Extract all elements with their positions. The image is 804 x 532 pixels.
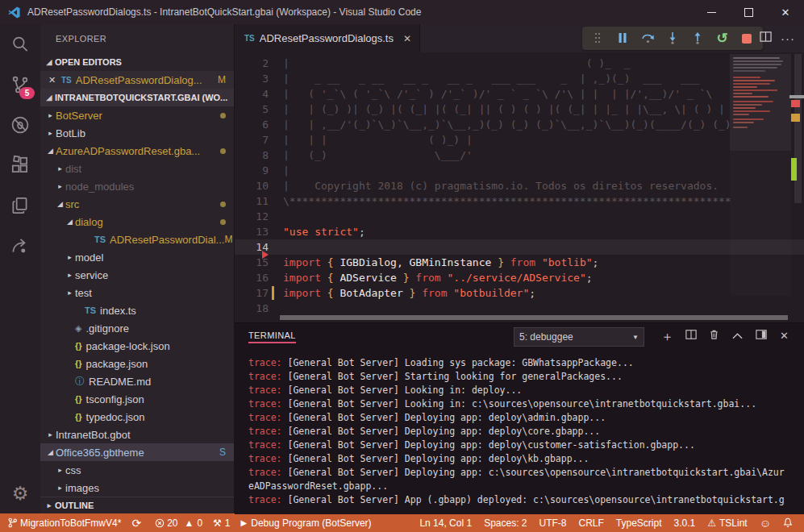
tree-item-package-json[interactable]: {}package.json — [40, 355, 234, 372]
tree-item-css[interactable]: ▸css — [40, 461, 234, 479]
git-branch-indicator[interactable]: MigrationToBotFmwV4* — [8, 517, 121, 529]
encoding-indicator[interactable]: UTF-8 — [539, 517, 567, 529]
drag-grip-handle[interactable] — [589, 31, 606, 46]
code-line-18[interactable]: 18 — [235, 301, 804, 316]
more-actions-button[interactable]: ··· — [777, 31, 799, 45]
terminal-output[interactable]: trace: [General Bot Server] Loading sys … — [235, 351, 804, 514]
tree-item-dialog[interactable]: ◢dialog — [40, 213, 234, 231]
tree-item-readme-md[interactable]: ⓘREADME.md — [40, 372, 234, 390]
gutter[interactable] — [269, 224, 277, 239]
minimap[interactable] — [730, 54, 791, 296]
gutter[interactable] — [269, 239, 277, 255]
close-button[interactable]: ✕ — [767, 0, 804, 24]
tree-item-typedoc-json[interactable]: {}typedoc.json — [40, 408, 234, 426]
gutter[interactable] — [269, 301, 277, 316]
indentation-indicator[interactable]: Spaces: 2 — [484, 517, 527, 529]
minimize-button[interactable] — [693, 0, 730, 24]
step-into-button[interactable] — [664, 31, 681, 46]
gutter[interactable] — [269, 86, 277, 102]
close-editor-icon[interactable]: ✕ — [48, 75, 61, 85]
code-line-14[interactable]: 14 — [235, 239, 804, 255]
gutter[interactable] — [269, 56, 277, 71]
horizontal-scrollbar[interactable] — [280, 315, 788, 320]
tree-item-index-ts[interactable]: TSindex.ts — [40, 301, 234, 319]
sync-button[interactable]: ⟳ — [131, 517, 144, 530]
pause-button[interactable] — [614, 32, 631, 45]
code-line-15[interactable]: 15import { IGBDialog, GBMinInstance } fr… — [235, 255, 804, 270]
code-line-16[interactable]: 16import { ADService } from "../service/… — [235, 270, 804, 285]
tree-item-package-lock-json[interactable]: {}package-lock.json — [40, 337, 234, 355]
problems-indicator[interactable]: 20 ▲ 0 — [155, 517, 202, 529]
terminal-selector-dropdown[interactable]: 5: debuggee ▼ — [514, 327, 644, 347]
code-line-10[interactable]: 10| Copyright 2018 (c) pragmatismo.io. T… — [235, 178, 804, 193]
code-line-7[interactable]: 7| | | ( )_) | — [235, 132, 804, 148]
language-mode[interactable]: TypeScript — [616, 517, 662, 529]
gutter[interactable] — [269, 270, 277, 285]
split-editor-button[interactable] — [754, 31, 777, 46]
code-line-11[interactable]: 11\*************************************… — [235, 193, 804, 209]
activity-share-icon[interactable] — [0, 226, 40, 266]
settings-gear-icon[interactable]: ⚙ — [0, 473, 40, 513]
split-terminal-button[interactable] — [679, 329, 702, 346]
workspace-header[interactable]: ◢ INTRANETBOTQUICKSTART.GBAI (WO... — [40, 89, 234, 106]
code-line-2[interactable]: 2| ( )_ _ — [235, 56, 804, 71]
code-editor[interactable]: 2| ( )_ _3| _ __ _ __ __ _ __ _ ___ ___ … — [235, 52, 804, 322]
maximize-panel-button[interactable] — [726, 329, 749, 346]
kill-terminal-button[interactable] — [702, 329, 726, 346]
terminal-tab[interactable]: TERMINAL — [248, 330, 296, 343]
tree-item-model[interactable]: ▸model — [40, 248, 234, 266]
gutter[interactable] — [269, 255, 277, 270]
tree-item-test[interactable]: ▸test — [40, 284, 234, 301]
tree-item-tsconfig-json[interactable]: {}tsconfig.json — [40, 390, 234, 408]
new-terminal-button[interactable]: ＋ — [656, 329, 679, 346]
debug-program-button[interactable]: ▶ Debug Program (BotServer) — [241, 517, 372, 529]
tab-close-icon[interactable]: ✕ — [403, 33, 411, 44]
gutter[interactable] — [269, 285, 277, 301]
close-panel-button[interactable]: ✕ — [773, 329, 796, 346]
gutter[interactable] — [269, 193, 277, 209]
feedback-button[interactable]: ☺ — [760, 517, 771, 530]
activity-debug-icon[interactable] — [0, 105, 40, 145]
tslint-status[interactable]: ⚠ TSLint — [707, 517, 747, 529]
notifications-button[interactable] — [783, 517, 796, 528]
gutter[interactable] — [269, 71, 277, 86]
tree-item-botserver[interactable]: ▸BotServer — [40, 106, 234, 124]
code-line-3[interactable]: 3| _ __ _ __ __ _ __ _ ___ ___ _ | ,_)(_… — [235, 71, 804, 86]
eol-indicator[interactable]: CRLF — [579, 517, 604, 529]
open-editors-header[interactable]: ◢ OPEN EDITORS — [40, 53, 234, 71]
activity-extensions-icon[interactable] — [0, 145, 40, 185]
step-out-button[interactable] — [689, 31, 706, 46]
tree-item--gitignore[interactable]: ◈.gitignore — [40, 319, 234, 337]
open-editor-item[interactable]: ✕ TS ADResetPasswordDialog... M — [40, 71, 234, 89]
gutter[interactable] — [269, 148, 277, 163]
tree-item-service[interactable]: ▸service — [40, 266, 234, 284]
activity-source-control-icon[interactable]: 5 — [0, 64, 40, 105]
code-line-8[interactable]: 8| (_) \___/' — [235, 148, 804, 163]
code-line-4[interactable]: 4| ( '_`\ ( '_`\ /'_` ) /'_` )/' _ ` _ `… — [235, 86, 804, 102]
gutter[interactable] — [269, 132, 277, 148]
activity-documents-icon[interactable] — [0, 185, 40, 226]
vertical-scrollbar[interactable] — [794, 54, 802, 203]
tree-item-botlib[interactable]: ▸BotLib — [40, 124, 234, 142]
panel-position-button[interactable] — [749, 329, 773, 346]
code-line-12[interactable]: 12 — [235, 209, 804, 224]
tree-item-images[interactable]: ▸images — [40, 479, 234, 497]
tree-item-office365-gbtheme[interactable]: ◢Office365.gbthemeS — [40, 443, 234, 461]
tree-item-node-modules[interactable]: ▸node_modules — [40, 177, 234, 195]
code-line-9[interactable]: 9| — [235, 163, 804, 178]
code-line-6[interactable]: 6| | ,__/'(_)`\_)`\__,_)`\__,_)(_) (_) (… — [235, 117, 804, 132]
outline-header[interactable]: ▸ OUTLINE — [40, 497, 234, 513]
gutter[interactable] — [269, 178, 277, 193]
restart-button[interactable]: ↺ — [714, 31, 731, 45]
step-over-button[interactable] — [639, 31, 656, 45]
tree-item-dist[interactable]: ▸dist — [40, 160, 234, 177]
gutter[interactable] — [269, 117, 277, 132]
tree-item-azureadpasswordreset-gba-[interactable]: ◢AzureADPasswordReset.gba... — [40, 142, 234, 160]
cursor-position[interactable]: Ln 14, Col 1 — [419, 517, 472, 529]
tree-item-src[interactable]: ◢src — [40, 195, 234, 213]
tools-indicator[interactable]: ⚒ 1 — [213, 517, 230, 529]
activity-search-icon[interactable] — [0, 24, 40, 64]
tab-adresetpassworddialogs[interactable]: TS ADResetPasswordDialogs.ts ✕ — [235, 24, 420, 52]
tree-item-intranetbot-gbot[interactable]: ▸IntranetBot.gbot — [40, 426, 234, 443]
code-line-13[interactable]: 13"use strict"; — [235, 224, 804, 239]
